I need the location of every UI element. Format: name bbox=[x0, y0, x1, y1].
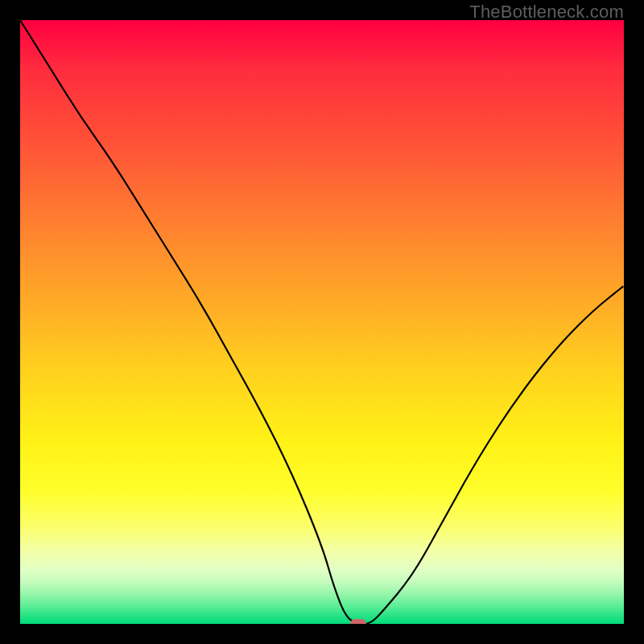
watermark-text: TheBottleneck.com bbox=[469, 2, 624, 23]
curve-layer bbox=[20, 20, 624, 624]
bottleneck-curve-path bbox=[20, 20, 624, 624]
plot-area bbox=[20, 20, 624, 624]
optimal-point-marker bbox=[350, 619, 366, 624]
chart-container: TheBottleneck.com bbox=[0, 0, 644, 644]
